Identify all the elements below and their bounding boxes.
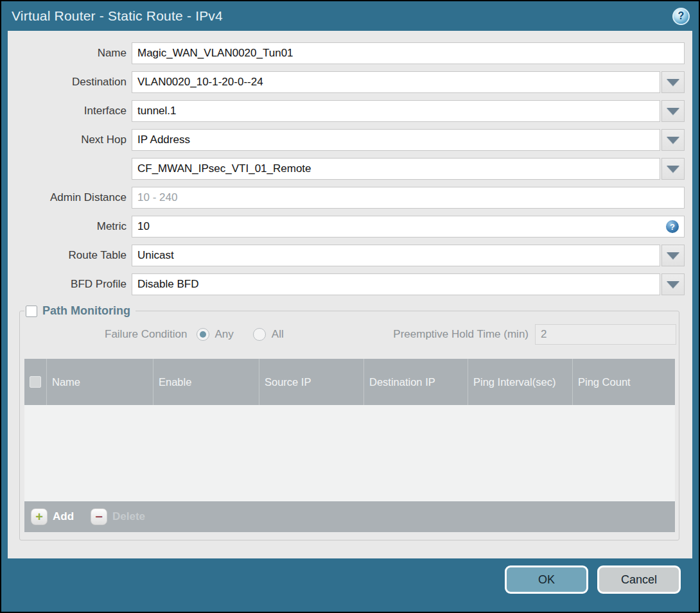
info-icon: ? [666,220,679,233]
help-icon[interactable]: ? [672,8,690,25]
admin-distance-input[interactable] [132,187,685,209]
add-plus-icon: + [31,508,48,525]
column-header-enable: Enable [153,359,259,405]
delete-button: − Delete [91,508,145,525]
metric-label: Metric [8,220,132,233]
column-header-name: Name [46,359,153,405]
path-monitoring-checkbox[interactable] [26,306,37,317]
table-footer-bar: + Add − Delete [24,501,675,532]
route-table-input[interactable] [132,245,660,266]
destination-row: Destination [8,71,685,93]
cancel-button[interactable]: Cancel [597,566,681,594]
chevron-down-icon [667,108,679,115]
ok-button[interactable]: OK [505,566,588,594]
bfd-profile-row: BFD Profile [8,273,685,295]
table-header-row: Name Enable Source IP Destination IP Pin… [24,359,675,405]
name-input[interactable] [132,42,685,64]
interface-row: Interface [8,100,685,122]
next-hop-address-row [8,158,685,180]
path-monitoring-legend: Path Monitoring [24,304,136,318]
column-header-destination-ip: Destination IP [363,359,468,405]
chevron-down-icon [667,166,679,173]
name-row: Name [8,42,685,64]
column-header-ping-interval: Ping Interval(sec) [468,359,572,405]
chevron-down-icon [667,79,679,86]
route-table-dropdown-button[interactable] [661,245,685,266]
next-hop-address-input[interactable] [132,158,660,180]
failure-condition-any-label: Any [215,328,234,341]
failure-condition-all-label: All [272,328,284,341]
destination-input[interactable] [132,71,660,93]
bfd-profile-input[interactable] [132,273,660,295]
failure-condition-any-radio [197,328,209,341]
dialog-title: Virtual Router - Static Route - IPv4 [12,8,223,24]
delete-minus-icon: − [91,508,107,525]
failure-condition-all-radio [253,328,266,341]
metric-input[interactable] [132,216,685,237]
next-hop-label: Next Hop [8,134,132,146]
select-all-cell [24,359,46,405]
chevron-down-icon [667,252,679,259]
next-hop-type-input[interactable] [132,129,660,151]
failure-condition-row: Failure Condition Any All Preemptive Hol… [24,324,676,345]
destination-dropdown-button[interactable] [661,71,685,93]
path-monitoring-title: Path Monitoring [42,304,130,318]
static-route-dialog: Virtual Router - Static Route - IPv4 ? N… [0,0,700,613]
chevron-down-icon [667,281,679,288]
add-button[interactable]: + Add [31,508,74,525]
table-body-empty [24,405,675,501]
select-all-checkbox [30,376,41,388]
route-table-label: Route Table [8,249,132,262]
preemptive-hold-time-input [535,324,676,345]
route-table-row: Route Table [8,245,685,266]
failure-condition-label: Failure Condition [105,328,188,341]
next-hop-address-dropdown-button[interactable] [661,158,685,180]
name-label: Name [8,47,132,60]
bfd-profile-dropdown-button[interactable] [661,273,685,295]
column-header-source-ip: Source IP [259,359,363,405]
interface-input[interactable] [132,100,660,122]
next-hop-row: Next Hop [8,129,685,151]
next-hop-type-dropdown-button[interactable] [661,129,685,151]
metric-row: Metric ? [8,216,685,237]
form-panel: Name Destination Interface Next Hop [8,31,692,558]
path-monitoring-table: Name Enable Source IP Destination IP Pin… [24,359,675,532]
interface-label: Interface [8,105,132,117]
column-header-ping-count: Ping Count [572,359,675,405]
chevron-down-icon [667,137,679,144]
title-bar: Virtual Router - Static Route - IPv4 ? [1,1,699,31]
admin-distance-row: Admin Distance [8,187,685,209]
delete-button-label: Delete [112,510,145,523]
interface-dropdown-button[interactable] [661,100,685,122]
dialog-footer: OK Cancel [1,557,699,612]
admin-distance-label: Admin Distance [8,191,132,204]
destination-label: Destination [8,76,132,89]
add-button-label: Add [53,510,74,523]
preemptive-hold-time-label: Preemptive Hold Time (min) [393,328,529,341]
bfd-profile-label: BFD Profile [8,278,132,291]
path-monitoring-section: Path Monitoring Failure Condition Any Al… [19,304,679,540]
